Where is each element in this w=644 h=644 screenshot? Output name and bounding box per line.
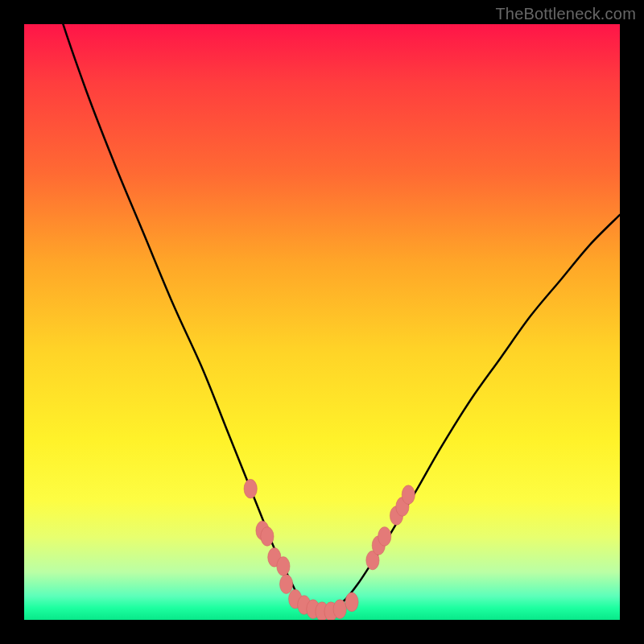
curve-marker (277, 557, 290, 576)
attribution-label: TheBottleneck.com (495, 5, 636, 23)
bottleneck-curve (24, 24, 620, 613)
curve-marker (244, 479, 257, 498)
curve-markers (244, 479, 415, 620)
curve-marker (378, 527, 391, 547)
curve-marker (402, 485, 415, 505)
plot-area (24, 24, 620, 620)
curve-marker (345, 592, 358, 612)
bottleneck-chart-svg (24, 24, 620, 620)
chart-canvas: TheBottleneck.com (0, 0, 644, 644)
curve-marker (279, 575, 292, 594)
curve-marker (333, 600, 346, 619)
curve-marker (261, 527, 274, 547)
